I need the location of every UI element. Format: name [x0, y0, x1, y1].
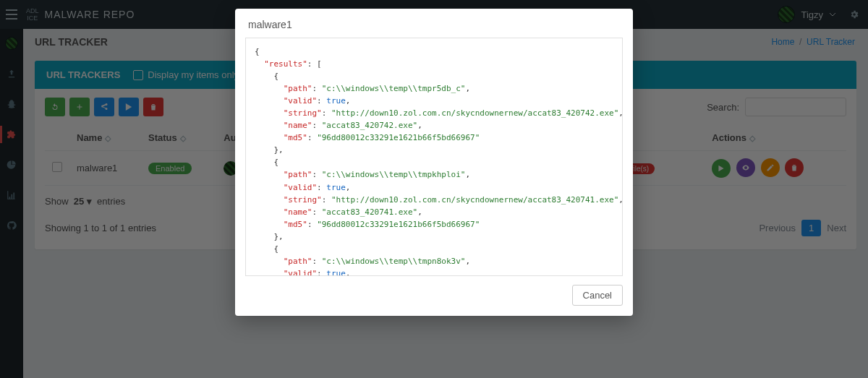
- modal-title: malware1: [235, 9, 633, 38]
- modal-overlay[interactable]: malware1 { "results": [ { "path": "c:\\w…: [0, 0, 868, 378]
- modal-json: { "results": [ { "path": "c:\\windows\\t…: [245, 38, 623, 276]
- cancel-button[interactable]: Cancel: [572, 285, 623, 306]
- modal: malware1 { "results": [ { "path": "c:\\w…: [235, 9, 633, 316]
